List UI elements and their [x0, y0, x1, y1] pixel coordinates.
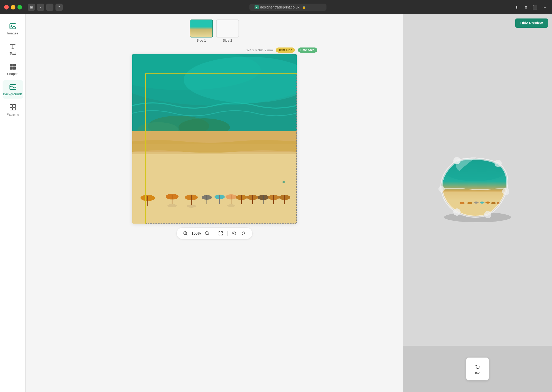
dimensions-label: 394.2 × 394.2 mm [246, 48, 273, 52]
lock-icon: 🔒 [302, 5, 306, 9]
undo-button[interactable] [231, 230, 238, 237]
tab-side1[interactable]: Side 1 [190, 20, 213, 42]
shapes-label: Shapes [7, 72, 18, 76]
pillow-3d-preview [436, 153, 519, 225]
rotate-icon: ↻ [475, 364, 480, 371]
sidebar-item-shapes[interactable]: Shapes [3, 60, 23, 78]
svg-line-54 [208, 234, 209, 235]
svg-point-61 [467, 202, 472, 204]
text-label: Text [10, 52, 16, 55]
patterns-icon [9, 103, 17, 111]
sidebar-item-patterns[interactable]: Patterns [3, 101, 23, 119]
svg-point-69 [502, 188, 509, 195]
address-bar[interactable]: ✦ designer.tradeprint.co.uk 🔒 [249, 4, 326, 11]
rotate-360-button[interactable]: ↻ 360° [466, 357, 489, 380]
more-icon[interactable]: ⋯ [541, 4, 548, 11]
backgrounds-label: Backgrounds [3, 92, 23, 96]
svg-point-64 [485, 202, 490, 204]
zoom-value-label: 100% [191, 231, 201, 235]
preview-panel: Hide Preview [403, 14, 552, 392]
svg-point-71 [438, 186, 445, 192]
titlebar: ⊞ ‹ › ↺ ✦ designer.tradeprint.co.uk 🔒 ⬇ … [0, 0, 552, 14]
tab-side2[interactable]: Side 2 [216, 20, 239, 42]
svg-point-63 [480, 202, 484, 204]
preview-content [403, 32, 552, 346]
canvas-image [132, 54, 297, 224]
back-button[interactable]: ‹ [37, 4, 44, 11]
zoom-divider [214, 231, 214, 236]
preview-bottom: ↻ 360° [403, 346, 552, 392]
download-icon[interactable]: ⬇ [513, 4, 520, 11]
images-label: Images [7, 31, 18, 35]
svg-rect-10 [13, 108, 16, 110]
zoom-out-button[interactable] [203, 230, 211, 237]
svg-rect-4 [10, 67, 13, 70]
canvas-area: Side 1 Side 2 394.2 × 394.2 mm Trim Line… [26, 14, 403, 392]
sidebar-item-backgrounds[interactable]: Backgrounds [3, 80, 23, 99]
svg-rect-3 [13, 64, 16, 66]
svg-rect-5 [13, 67, 16, 70]
patterns-label: Patterns [6, 112, 19, 116]
svg-point-48 [282, 181, 285, 183]
tab1-label: Side 1 [197, 39, 206, 42]
svg-rect-8 [13, 104, 16, 107]
tab2-label: Side 2 [223, 39, 232, 42]
share-icon[interactable]: ⬆ [522, 4, 529, 11]
tabs-row: Side 1 Side 2 [190, 20, 239, 42]
backgrounds-icon [9, 83, 17, 91]
zoom-in-button[interactable] [182, 230, 189, 237]
svg-point-46 [187, 205, 196, 208]
svg-line-50 [186, 234, 187, 235]
redo-button[interactable] [240, 230, 247, 237]
canvas-info-bar: 394.2 × 394.2 mm Trim Line Safe Area [112, 47, 317, 53]
favicon-icon: ✦ [255, 5, 259, 9]
rotate-360-label: 360° [475, 371, 481, 374]
images-icon [9, 22, 17, 30]
traffic-lights [4, 5, 22, 9]
titlebar-right-controls: ⬇ ⬆ ⬛ ⋯ [513, 4, 548, 11]
sidebar-toggle[interactable]: ⊞ [28, 4, 35, 11]
forward-button[interactable]: › [46, 4, 53, 11]
titlebar-center: ✦ designer.tradeprint.co.uk 🔒 [65, 4, 510, 11]
svg-rect-7 [10, 104, 13, 107]
divider-2 [227, 231, 228, 236]
sidebar-item-images[interactable]: Images [3, 20, 23, 38]
zoom-controls: 100% [177, 228, 252, 239]
close-button[interactable] [4, 5, 9, 9]
extensions-icon[interactable]: ⬛ [531, 4, 539, 11]
svg-point-1 [11, 25, 12, 26]
url-text: designer.tradeprint.co.uk [260, 5, 300, 9]
refresh-button[interactable]: ↺ [55, 4, 63, 11]
svg-rect-9 [10, 108, 13, 110]
sidebar-item-text[interactable]: Text [3, 40, 23, 58]
trim-line-badge[interactable]: Trim Line [276, 47, 295, 53]
svg-point-72 [484, 211, 491, 218]
sidebar: Images Text Shapes [0, 14, 26, 392]
svg-point-45 [167, 204, 177, 207]
maximize-button[interactable] [17, 5, 22, 9]
text-icon [9, 42, 17, 51]
hide-preview-button[interactable]: Hide Preview [515, 18, 548, 28]
canvas-wrapper[interactable] [132, 54, 297, 224]
nav-controls: ⊞ ‹ › ↺ [28, 4, 63, 11]
tab1-thumbnail [190, 20, 213, 37]
svg-point-47 [227, 204, 235, 207]
safe-area-badge[interactable]: Safe Area [298, 47, 317, 53]
minimize-button[interactable] [11, 5, 15, 9]
svg-point-60 [460, 202, 465, 204]
shapes-icon [9, 63, 17, 71]
svg-rect-2 [10, 64, 13, 66]
svg-rect-0 [10, 24, 16, 29]
svg-point-70 [453, 208, 461, 216]
fit-to-screen-button[interactable] [217, 230, 224, 237]
preview-header: Hide Preview [403, 14, 552, 32]
svg-point-68 [494, 160, 502, 167]
svg-point-65 [491, 202, 496, 204]
tab2-thumbnail [216, 20, 239, 37]
svg-point-62 [474, 202, 479, 204]
app-container: Images Text Shapes [0, 14, 552, 392]
